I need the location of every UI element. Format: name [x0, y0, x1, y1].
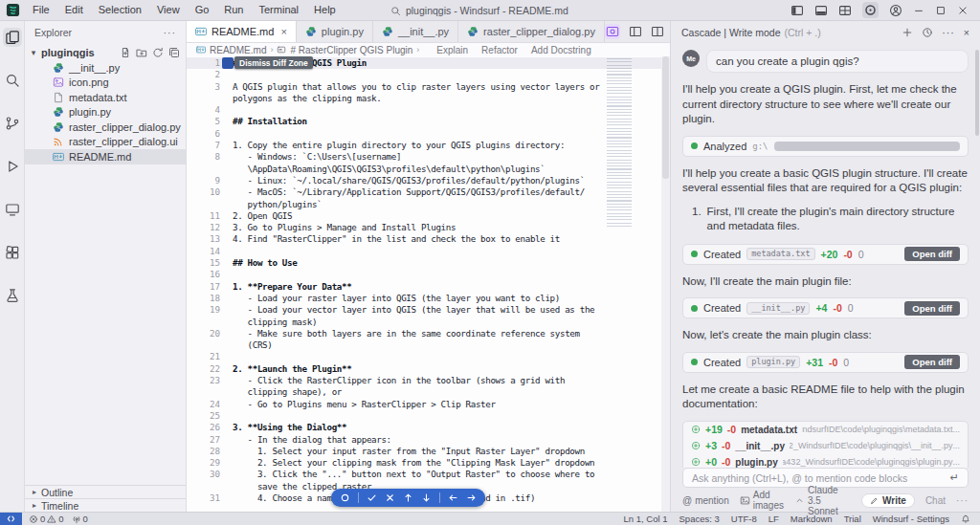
codelens-add-docstring[interactable]: Add Docstring — [531, 45, 591, 55]
arrow-up-icon[interactable] — [403, 492, 413, 503]
enter-icon[interactable]: ↵ — [950, 471, 959, 484]
open-diff-button[interactable]: Open diff — [904, 247, 960, 261]
activity-remote-window-icon[interactable] — [3, 200, 22, 219]
layout-sidebar-icon[interactable] — [791, 4, 804, 17]
tab-raster_clipper_dialog.py[interactable]: raster_clipper_dialog.py — [458, 21, 605, 42]
preview-icon[interactable] — [605, 24, 620, 39]
file-item-icon.png[interactable]: icon.png — [25, 76, 186, 91]
analyzed-card[interactable]: Analyzed g:\ — [682, 136, 969, 157]
toolbar-more-icon[interactable]: ··· — [956, 495, 969, 506]
codelens-explain[interactable]: Explain — [436, 45, 468, 55]
indentation[interactable]: Spaces: 3 — [679, 514, 720, 524]
review-row-metadata.txt[interactable]: +19-0metadata.txt...g\Entrada432_Windsur… — [683, 422, 968, 438]
file-tree: __init__.pyicon.pngmetadata.txtplugin.py… — [25, 60, 186, 164]
activity-source-control-icon[interactable] — [3, 114, 22, 133]
close-icon[interactable]: × — [964, 27, 969, 38]
file-item-README.md[interactable]: README.md — [25, 149, 186, 164]
menu-file[interactable]: File — [25, 0, 57, 20]
check-icon[interactable] — [367, 492, 377, 503]
tab-__init__.py[interactable]: __init__.py — [373, 21, 458, 42]
outline-section[interactable]: ▸ Outline — [25, 485, 186, 498]
folder-row-pluginqgis[interactable]: ▾ pluginqgis — [25, 44, 186, 60]
chat-mode-toggle[interactable]: Chat — [925, 495, 946, 506]
editor-pane[interactable]: 1# RasterClipper QGIS Plugin23A QGIS plu… — [187, 56, 670, 512]
write-mode-toggle[interactable]: Write — [861, 493, 915, 508]
cursor-position[interactable]: Ln 1, Col 1 — [624, 514, 668, 524]
editor-scrollbar[interactable] — [661, 56, 670, 512]
tab-plugin.py[interactable]: plugin.py — [297, 21, 373, 42]
menu-edit[interactable]: Edit — [57, 0, 91, 20]
new-folder-icon[interactable] — [136, 47, 147, 58]
title-bar: FileEditSelectionViewGoRunTerminalHelp p… — [0, 0, 980, 21]
close-x-icon[interactable] — [385, 492, 395, 503]
search-icon — [5, 73, 20, 88]
activity-extensions-icon[interactable] — [3, 243, 22, 262]
breadcrumb[interactable]: README.md › # RasterClipper QGIS Plugin … — [187, 43, 670, 56]
sidebar-more-icon[interactable]: ··· — [164, 27, 177, 38]
layout-grid-icon[interactable] — [838, 4, 852, 17]
more-icon[interactable]: ··· — [942, 27, 955, 38]
open-diff-button[interactable]: Open diff — [904, 355, 960, 369]
timeline-section[interactable]: ▸ Timeline — [25, 498, 186, 512]
review-row-__init__.py[interactable]: +3-0__init__.py...N\Blog\Entrada432_Wind… — [683, 438, 968, 454]
menu-selection[interactable]: Selection — [91, 0, 149, 20]
maximize-icon[interactable] — [935, 5, 947, 16]
codelens-refactor[interactable]: Refactor — [481, 45, 518, 55]
review-row-plugin.py[interactable]: +0-0plugin.py...ON\Blog\Entrada432_Winds… — [683, 454, 968, 469]
breadcrumb-file[interactable]: README.md — [210, 45, 266, 55]
mention-button[interactable]: @mention — [682, 495, 729, 506]
add-images-button[interactable]: Add images — [740, 490, 784, 511]
account-icon[interactable] — [889, 4, 902, 17]
minimap[interactable] — [607, 58, 632, 227]
file-item-raster_clipper_dialog.py[interactable]: raster_clipper_dialog.py — [25, 120, 186, 135]
arrow-down-icon[interactable] — [421, 492, 432, 503]
code-line: 15## How to Use — [187, 257, 670, 269]
menu-run[interactable]: Run — [216, 0, 251, 20]
remote-indicator[interactable] — [0, 513, 22, 525]
activity-search-icon[interactable] — [3, 71, 22, 90]
file-item-metadata.txt[interactable]: metadata.txt — [25, 90, 186, 105]
cascade-scrollbar[interactable] — [975, 50, 979, 136]
new-file-icon[interactable] — [120, 47, 131, 58]
activity-explorer-icon[interactable] — [3, 28, 22, 47]
bell-icon[interactable] — [961, 514, 970, 524]
diff-zone-marker[interactable] — [222, 57, 234, 69]
menu-go[interactable]: Go — [188, 0, 217, 20]
windsurf-logo-ring-icon[interactable] — [340, 492, 350, 503]
split-editor-icon[interactable] — [629, 25, 642, 38]
menu-view[interactable]: View — [149, 0, 188, 20]
collapse-all-icon[interactable] — [168, 47, 180, 58]
problems-indicator[interactable]: 0 0 — [29, 514, 64, 524]
command-center[interactable]: pluginqgis - Windsurf - README.md — [390, 0, 568, 21]
history-icon[interactable] — [922, 27, 933, 38]
activity-run-debug-icon[interactable] — [3, 157, 22, 176]
file-item-raster_clipper_dialog.ui[interactable]: raster_clipper_dialog.ui — [25, 135, 186, 150]
windsurf-settings[interactable]: Windsurf - Settings — [873, 514, 949, 524]
menu-terminal[interactable]: Terminal — [252, 0, 307, 20]
menu-bar: FileEditSelectionViewGoRunTerminalHelp — [25, 0, 344, 20]
dismiss-diff-zone-button[interactable]: Dismiss Diff Zone — [234, 56, 313, 69]
menu-help[interactable]: Help — [306, 0, 344, 20]
close-icon[interactable] — [957, 5, 969, 16]
eol-sequence[interactable]: LF — [768, 514, 779, 524]
ports-indicator[interactable]: 0 — [72, 514, 88, 524]
sidebar-header: Explorer ··· — [25, 21, 186, 44]
refresh-icon[interactable] — [152, 47, 164, 58]
minimize-icon[interactable] — [913, 5, 924, 16]
open-changes-icon[interactable] — [651, 25, 664, 38]
model-selector[interactable]: Claude 3.5 Sonnet — [794, 485, 851, 516]
activity-testing-icon[interactable] — [3, 286, 22, 305]
file-item-__init__.py[interactable]: __init__.py — [25, 60, 186, 76]
codeium-icon[interactable] — [862, 2, 879, 18]
tab-README.md[interactable]: README.md× — [187, 21, 297, 42]
layout-panel-icon[interactable] — [814, 4, 828, 17]
arrow-right-icon[interactable] — [466, 492, 477, 503]
encoding[interactable]: UTF-8 — [731, 514, 757, 524]
cascade-conversation[interactable]: Me can you create a plugin qgis? I'll he… — [671, 44, 980, 468]
breadcrumb-symbol[interactable]: # RasterClipper QGIS Plugin — [290, 45, 412, 55]
open-diff-button[interactable]: Open diff — [904, 301, 960, 316]
file-item-plugin.py[interactable]: plugin.py — [25, 105, 186, 120]
close-tab-icon[interactable]: × — [280, 27, 286, 37]
new-chat-icon[interactable] — [902, 27, 913, 38]
arrow-left-icon[interactable] — [448, 492, 458, 503]
